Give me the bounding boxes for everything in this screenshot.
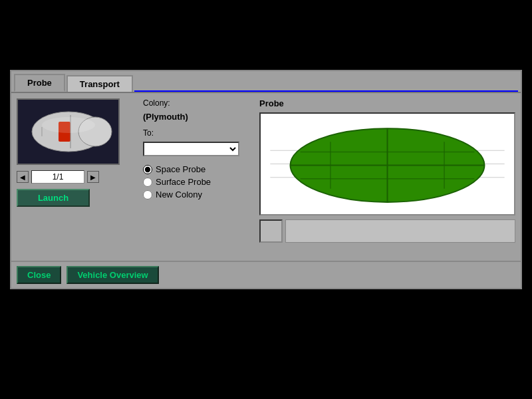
radio-group: Space Probe Surface Probe New Colony [143, 164, 253, 200]
close-button[interactable]: Close [17, 266, 61, 284]
radio-label-space-probe: Space Probe [156, 164, 205, 174]
vehicle-image [17, 98, 120, 165]
quantity-row: ◀ 1/1 ▶ [17, 170, 136, 184]
radio-surface-probe[interactable] [143, 178, 152, 187]
quantity-right-arrow[interactable]: ▶ [87, 171, 99, 183]
svg-point-5 [42, 117, 95, 133]
probe-map [259, 112, 515, 215]
probe-detail-row [259, 219, 515, 243]
vehicle-overview-button[interactable]: Vehicle Overview [66, 266, 158, 284]
radio-label-new-colony: New Colony [156, 190, 202, 200]
radio-label-surface-probe: Surface Probe [156, 177, 211, 187]
radio-item-new-colony[interactable]: New Colony [143, 190, 253, 200]
tab-line [134, 74, 518, 92]
quantity-input[interactable]: 1/1 [31, 170, 84, 184]
colony-label: Colony: [143, 98, 253, 108]
destination-select[interactable] [143, 142, 239, 156]
probe-section-title: Probe [259, 98, 515, 108]
probe-graphic [22, 102, 115, 162]
tab-probe[interactable]: Probe [14, 74, 65, 92]
bottom-bar: Close Vehicle Overview [11, 261, 521, 288]
launch-button[interactable]: Launch [17, 189, 90, 207]
quantity-left-arrow[interactable]: ◀ [17, 171, 29, 183]
right-panel: Probe [259, 98, 515, 258]
probe-detail-info [285, 219, 515, 243]
radio-item-space-probe[interactable]: Space Probe [143, 164, 253, 174]
tab-transport[interactable]: Transport [66, 75, 133, 92]
main-dialog: Probe Transport [10, 70, 522, 289]
probe-map-svg [261, 114, 514, 214]
to-label: To: [143, 128, 253, 138]
tab-bar: Probe Transport [11, 71, 521, 93]
radio-item-surface-probe[interactable]: Surface Probe [143, 177, 253, 187]
radio-space-probe[interactable] [143, 165, 152, 174]
middle-panel: Colony: (Plymouth) To: Space Probe Surfa… [143, 98, 253, 258]
left-panel: ◀ 1/1 ▶ Launch [17, 98, 136, 258]
radio-new-colony[interactable] [143, 190, 152, 200]
probe-detail-box [259, 219, 283, 243]
content-area: ◀ 1/1 ▶ Launch Colony: (Plymouth) To: Sp… [11, 93, 521, 263]
colony-name: (Plymouth) [143, 112, 253, 122]
